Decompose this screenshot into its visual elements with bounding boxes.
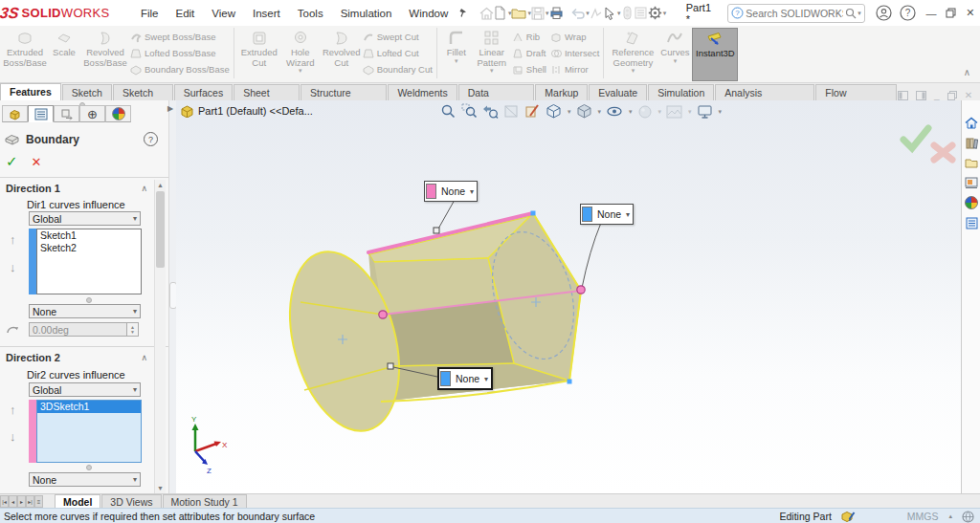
reference-geometry-button[interactable]: Reference Geometry ▾ (608, 28, 657, 75)
viewport-restore-icon[interactable] (947, 91, 957, 100)
help-icon[interactable]: ? (900, 5, 916, 22)
swept-boss-base-button[interactable]: Swept Boss/Base (130, 29, 230, 45)
direction1-collapse-chevron[interactable]: ∧ (141, 184, 147, 193)
file-explorer-icon[interactable] (964, 155, 979, 170)
dir2-influence-dropdown[interactable]: Global ▾ (29, 382, 141, 397)
angle-spinner[interactable]: ▲▼ (127, 322, 139, 337)
extruded-boss-base-button[interactable]: Extruded Boss/Base (2, 28, 48, 69)
dir2-list-resize-dot[interactable] (86, 465, 92, 470)
pane-left-icon[interactable] (898, 91, 908, 100)
hide-show-items-icon[interactable] (606, 104, 623, 119)
search-caret[interactable]: ▾ (858, 10, 861, 17)
draft-button[interactable]: Draft (512, 45, 546, 61)
minimize-button[interactable]: — (922, 4, 941, 23)
dir1-influence-dropdown[interactable]: Global ▾ (29, 211, 141, 226)
confirmation-corner[interactable] (903, 128, 952, 160)
dir2-move-up-button[interactable]: ↑ (10, 403, 16, 416)
lofted-boss-base-button[interactable]: Lofted Boss/Base (130, 45, 230, 61)
view-orientation-caret[interactable]: ▾ (568, 108, 571, 116)
tab-evaluate[interactable]: Evaluate (589, 84, 647, 100)
open-icon[interactable] (511, 5, 526, 22)
scale-button[interactable]: Scale (48, 28, 80, 59)
tab-markup[interactable]: Markup (535, 84, 588, 100)
pin-menu-icon[interactable] (457, 5, 470, 22)
callout-top[interactable]: None ▾ (424, 181, 478, 202)
menu-view[interactable]: View (212, 8, 235, 19)
dir2-tangent-dropdown[interactable]: None ▾ (29, 472, 141, 487)
wrap-button[interactable]: Wrap (550, 29, 599, 45)
3d-drawing-view-icon[interactable] (524, 103, 541, 120)
home-icon[interactable] (964, 115, 979, 130)
linear-pattern-caret[interactable]: ▾ (490, 68, 494, 74)
view-settings-caret[interactable]: ▾ (719, 108, 723, 116)
flyout-expand-arrow[interactable]: ▶ (167, 104, 173, 113)
feature-manager-tab[interactable] (2, 105, 28, 122)
close-button[interactable]: ✕ (961, 4, 980, 23)
dir1-move-down-button[interactable]: ↓ (10, 261, 16, 273)
display-manager-tab[interactable] (105, 105, 131, 122)
lofted-cut-button[interactable]: Lofted Cut (363, 45, 433, 61)
swept-cut-button[interactable]: Swept Cut (363, 29, 433, 45)
boundary-cut-button[interactable]: Boundary Cut (363, 61, 433, 77)
direction2-collapse-chevron[interactable]: ∧ (141, 353, 147, 362)
dir1-list-resize-dot[interactable] (86, 297, 92, 303)
save-icon[interactable] (531, 5, 545, 22)
tab-data-migration[interactable]: Data Migration (458, 84, 535, 100)
tab-features[interactable]: Features (0, 83, 61, 100)
callout-caret-icon[interactable]: ▾ (626, 210, 630, 219)
boundary-boss-base-button[interactable]: Boundary Boss/Base (130, 61, 230, 77)
flyout-tree-label[interactable]: Part1 (Default) <<Defa... (198, 105, 313, 117)
callout-bottom[interactable]: None ▾ (437, 367, 493, 390)
panel-help-icon[interactable]: ? (144, 132, 158, 146)
list-item-selected[interactable]: 3DSketch1 (37, 401, 141, 413)
fillet-button[interactable]: Fillet ▾ (441, 28, 472, 65)
confirm-cancel-icon[interactable] (934, 145, 952, 160)
viewport-close-icon[interactable]: ✕ (965, 90, 972, 100)
tab-menu[interactable]: ≡ (34, 495, 43, 508)
scroll-up-arrow[interactable]: ▲ (155, 180, 166, 190)
tab-simulation[interactable]: Simulation (648, 84, 714, 100)
guide-point-handle[interactable] (577, 286, 585, 294)
hide-show-caret[interactable]: ▾ (629, 108, 633, 116)
units-caret-icon[interactable]: ▴ (948, 512, 952, 520)
callout-caret-icon[interactable]: ▾ (470, 187, 474, 196)
apply-scene-caret[interactable]: ▾ (688, 108, 692, 116)
status-tag-icon[interactable] (962, 511, 974, 523)
property-manager-tab[interactable] (28, 105, 54, 122)
tab-analysis-preparation[interactable]: Analysis Preparation (715, 84, 814, 100)
custom-properties-icon[interactable] (964, 215, 979, 230)
tab-motion-study-1[interactable]: Motion Study 1 (163, 494, 247, 509)
ribbon-collapse-chevron[interactable]: ∧ (964, 67, 970, 77)
tab-sketch[interactable]: Sketch (62, 84, 112, 100)
vertex-dot[interactable] (531, 211, 536, 216)
edit-appearance-caret[interactable]: ▾ (658, 108, 662, 116)
direction1-header[interactable]: Direction 1 ∧ (6, 183, 147, 194)
display-style-icon[interactable] (576, 103, 592, 120)
edit-appearance-icon[interactable] (637, 104, 653, 120)
mirror-button[interactable]: Mirror (550, 61, 599, 77)
tab-structure-system[interactable]: Structure System (301, 84, 387, 100)
direction2-header[interactable]: Direction 2 ∧ (6, 352, 147, 363)
new-document-icon[interactable] (494, 5, 507, 22)
tab-weldments[interactable]: Weldments (388, 84, 457, 100)
zoom-to-fit-icon[interactable] (440, 103, 457, 120)
menu-edit[interactable]: Edit (175, 8, 194, 19)
dir2-curve-list[interactable]: 3DSketch1 (36, 400, 142, 463)
appearances-icon[interactable] (964, 195, 979, 210)
shell-button[interactable]: Shell (512, 61, 546, 77)
tab-flow-simulation[interactable]: Flow Simulation (815, 84, 897, 100)
home-icon[interactable] (479, 5, 494, 22)
extruded-cut-button[interactable]: Extruded Cut (238, 28, 280, 69)
status-units[interactable]: MMGS (907, 511, 939, 522)
options-gear-caret[interactable]: ▾ (663, 10, 667, 17)
zoom-to-area-icon[interactable] (461, 103, 478, 120)
viewport-minimize-icon[interactable]: _ (934, 90, 940, 100)
pane-right-icon[interactable] (916, 91, 926, 100)
scroll-down-arrow[interactable]: ▼ (155, 483, 166, 493)
curves-button[interactable]: Curves ▾ (657, 28, 692, 65)
view-settings-icon[interactable] (697, 104, 713, 120)
revolved-cut-button[interactable]: Revolved Cut (321, 28, 363, 69)
confirm-ok-icon[interactable] (903, 128, 928, 148)
dir1-tangent-dropdown[interactable]: None ▾ (29, 304, 141, 318)
apply-scene-icon[interactable] (666, 105, 682, 119)
